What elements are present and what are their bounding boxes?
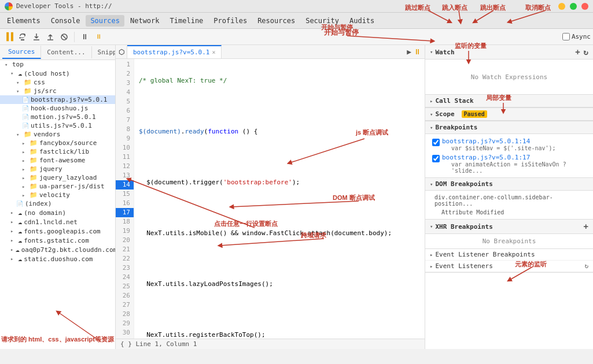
tree-item-hook[interactable]: 📄 hook-duoshuo.js	[0, 104, 115, 113]
menu-sources[interactable]: Sources	[86, 15, 124, 27]
tree-item-jquery[interactable]: ▸ 📁 jquery	[0, 165, 115, 173]
line-1[interactable]: 1	[116, 60, 134, 69]
line-25[interactable]: 25	[116, 282, 134, 291]
code-run-button[interactable]: ▶	[407, 47, 411, 56]
line-20[interactable]: 20	[116, 236, 134, 245]
line-28[interactable]: 28	[116, 310, 134, 319]
minimize-button[interactable]	[558, 3, 565, 10]
watch-add-button[interactable]: +	[575, 47, 580, 57]
tree-item-lazyload[interactable]: ▸ 📁 jquery_lazyload	[0, 173, 115, 182]
line-22[interactable]: 22	[116, 254, 134, 263]
line-9[interactable]: 9	[116, 134, 134, 143]
code-line-3[interactable]: $(document).ready(function () {	[137, 127, 422, 136]
menu-console[interactable]: Console	[46, 15, 85, 27]
code-line-9[interactable]: NexT.utils.lazyLoadPostsImages();	[137, 280, 422, 289]
line-17[interactable]: 17	[116, 208, 134, 217]
menu-network[interactable]: Network	[126, 15, 164, 27]
line-26[interactable]: 26	[116, 291, 134, 300]
tree-item-fontawesome[interactable]: ▸ 📁 font-awesome	[0, 156, 115, 165]
line-10[interactable]: 10	[116, 143, 134, 153]
tree-item-cdn1[interactable]: ▸ ☁ cdn1.lncld.net	[0, 217, 115, 226]
line-29[interactable]: 29	[116, 319, 134, 328]
navigate-back[interactable]: ⬡	[116, 45, 127, 58]
breakpoints-header[interactable]: ▾ Breakpoints	[425, 121, 593, 134]
pause-exceptions-button[interactable]: ⏸	[78, 31, 91, 43]
xhr-add-button[interactable]: +	[584, 222, 588, 231]
line-3[interactable]: 3	[116, 79, 134, 88]
tab-close[interactable]: ×	[212, 49, 215, 55]
code-line-2[interactable]	[137, 102, 422, 111]
line-2[interactable]: 2	[116, 69, 134, 79]
menu-security[interactable]: Security	[301, 15, 344, 27]
tree-item-cloud[interactable]: ▾ ☁ (cloud host)	[0, 69, 115, 78]
menu-profiles[interactable]: Profiles	[209, 15, 252, 27]
deactivate-button[interactable]	[58, 31, 71, 43]
tree-item-vendors[interactable]: ▾ 📁 vendors	[0, 130, 115, 139]
tree-item-index[interactable]: 📄 (index)	[0, 199, 115, 208]
line-12[interactable]: 12	[116, 162, 134, 171]
step-out-button[interactable]	[44, 31, 57, 43]
menu-audits[interactable]: Audits	[345, 15, 379, 27]
code-line-6[interactable]	[137, 203, 422, 213]
maximize-button[interactable]	[570, 3, 577, 10]
step-over-button[interactable]	[16, 31, 29, 43]
code-line-10[interactable]	[137, 305, 422, 314]
line-24[interactable]: 24	[116, 273, 134, 282]
tree-item-gstatic[interactable]: ▸ ☁ fonts.gstatic.com	[0, 236, 115, 245]
line-19[interactable]: 19	[116, 226, 134, 236]
scope-header[interactable]: ▾ Scope Paused	[425, 108, 593, 121]
line-16[interactable]: 16	[116, 199, 134, 208]
event-listeners-item[interactable]: ▸ Event Listeners ↻	[425, 261, 593, 272]
pause-exceptions-active-button[interactable]: ⏸	[92, 31, 105, 43]
pause-button[interactable]: ▐▐	[2, 31, 15, 43]
tree-item-uaparser[interactable]: ▸ 📁 ua-parser-js/dist	[0, 182, 115, 191]
async-checkbox[interactable]	[562, 33, 570, 40]
close-button[interactable]	[581, 3, 588, 10]
breakpoint-1-check[interactable]	[432, 139, 440, 146]
line-8[interactable]: 8	[116, 125, 134, 134]
watch-section-header[interactable]: ▾ Watch + ↻	[425, 45, 593, 60]
code-tab-bootstrap[interactable]: bootstrap.js?v=5.0.1 ×	[127, 45, 222, 58]
line-5[interactable]: 5	[116, 97, 134, 106]
line-18[interactable]: 18	[116, 217, 134, 226]
async-label[interactable]: Async	[562, 33, 591, 40]
breakpoint-item-2[interactable]: bootstrap.js?v=5.0.1:17 var animateActio…	[430, 153, 588, 175]
code-line-11[interactable]: NexT.utils.registerBackToTop();	[137, 330, 422, 339]
code-line-5[interactable]: $(document).trigger('bootstrap:before');	[137, 178, 422, 187]
step-into-button[interactable]	[30, 31, 43, 43]
tree-item-duoshuo[interactable]: ▸ ☁ static.duoshuo.com	[0, 254, 115, 263]
line-23[interactable]: 23	[116, 263, 134, 273]
tree-item-nodomain[interactable]: ▸ ☁ (no domain)	[0, 208, 115, 217]
line-13[interactable]: 13	[116, 171, 134, 180]
line-14[interactable]: 14	[116, 180, 134, 190]
code-pause-button[interactable]: ⏸	[414, 47, 421, 56]
code-line-4[interactable]	[137, 153, 422, 162]
tree-item-utils[interactable]: 📄 utils.js?v=5.0.1	[0, 121, 115, 130]
tree-item-top[interactable]: ▾ top	[0, 60, 115, 69]
snippets-tab[interactable]: Snippets	[92, 46, 116, 58]
code-line-1[interactable]: /* global NexT: true */	[137, 76, 422, 86]
sources-tab[interactable]: Sources	[2, 46, 41, 59]
breakpoint-item-1[interactable]: bootstrap.js?v=5.0.1:14 var $siteNav = $…	[430, 136, 588, 153]
line-11[interactable]: 11	[116, 153, 134, 162]
tree-item-velocity[interactable]: ▸ 📁 velocity	[0, 191, 115, 199]
line-30[interactable]: 30	[116, 328, 134, 337]
menu-resources[interactable]: Resources	[253, 15, 300, 27]
tree-item-googleapis[interactable]: ▸ ☁ fonts.googleapis.com	[0, 226, 115, 236]
tree-item-oaq[interactable]: ▸ ☁ oaq0p7t2g.bkt.clouddn.com	[0, 245, 115, 254]
line-27[interactable]: 27	[116, 300, 134, 310]
line-4[interactable]: 4	[116, 88, 134, 97]
content-tab[interactable]: Content...	[41, 46, 91, 58]
event-listener-breakpoints-item[interactable]: ▸ Event Listener Breakpoints	[425, 249, 593, 261]
line-7[interactable]: 7	[116, 116, 134, 125]
tree-item-css[interactable]: ▾ 📁 css	[0, 78, 115, 87]
line-6[interactable]: 6	[116, 106, 134, 116]
code-line-7[interactable]: NexT.utils.isMobile() && window.FastClic…	[137, 229, 422, 238]
call-stack-header[interactable]: ▸ Call Stack	[425, 95, 593, 107]
tree-item-fastclick[interactable]: ▸ 📁 fastclick/lib	[0, 147, 115, 156]
line-15[interactable]: 15	[116, 190, 134, 199]
watch-refresh-button[interactable]: ↻	[584, 47, 588, 57]
code-line-8[interactable]	[137, 254, 422, 263]
tree-item-jssrc[interactable]: ▾ 📁 js/src	[0, 87, 115, 95]
xhr-breakpoints-header[interactable]: ▾ XHR Breakpoints +	[425, 220, 593, 234]
